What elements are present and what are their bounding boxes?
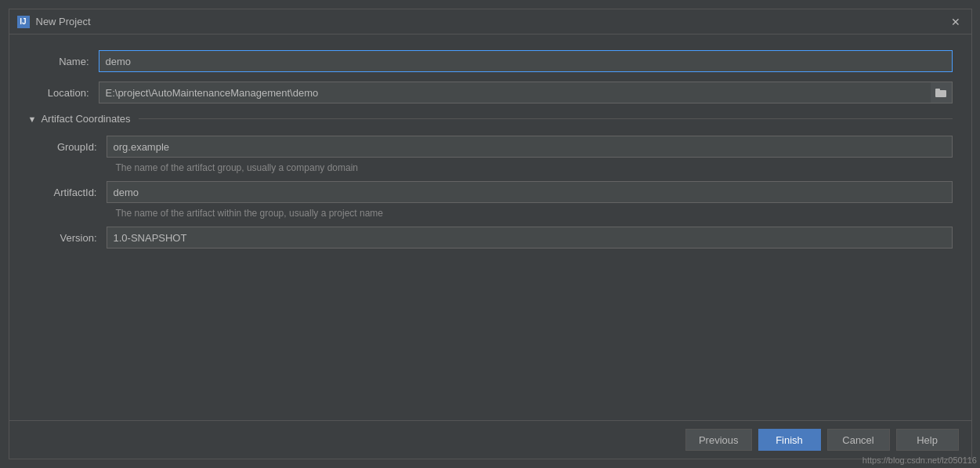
dialog-content: Name: Location:: [9, 34, 971, 420]
folder-icon: [935, 88, 946, 97]
artifact-coordinates-title: Artifact Coordinates: [41, 113, 130, 125]
section-divider: [139, 118, 953, 119]
name-row: Name:: [28, 50, 953, 72]
previous-button[interactable]: Previous: [685, 429, 752, 451]
version-input-wrap: [107, 227, 953, 249]
collapse-arrow-icon: ▼: [28, 114, 37, 124]
cancel-button[interactable]: Cancel: [827, 429, 890, 451]
title-bar: IJ New Project ✕: [9, 9, 971, 34]
location-input-wrap: [99, 82, 953, 103]
artifactid-label: ArtifactId:: [36, 187, 107, 198]
name-input[interactable]: [99, 50, 953, 72]
version-input[interactable]: [107, 227, 953, 249]
dialog-footer: Previous Finish Cancel Help: [9, 420, 971, 459]
groupid-hint: The name of the artifact group, usually …: [36, 162, 953, 173]
artifact-coordinates-section-header[interactable]: ▼ Artifact Coordinates: [28, 113, 953, 125]
browse-button[interactable]: [931, 82, 953, 103]
artifact-section: GroupId: The name of the artifact group,…: [28, 136, 953, 249]
dialog-title: New Project: [36, 16, 91, 27]
location-label: Location:: [28, 87, 99, 99]
svg-rect-0: [935, 90, 946, 97]
groupid-label: GroupId:: [36, 141, 107, 153]
intellij-icon: IJ: [17, 16, 30, 28]
groupid-input[interactable]: [107, 136, 953, 158]
version-row: Version:: [36, 227, 953, 249]
svg-rect-1: [935, 89, 940, 91]
location-input[interactable]: [99, 82, 953, 103]
artifactid-hint: The name of the artifact within the grou…: [36, 208, 953, 219]
close-button[interactable]: ✕: [948, 14, 964, 30]
watermark-url: https://blog.csdn.net/lz050116: [862, 455, 977, 465]
dialog-overlay: IJ New Project ✕ Name: Location:: [0, 0, 980, 468]
groupid-input-wrap: [107, 136, 953, 158]
artifactid-row: ArtifactId:: [36, 181, 953, 203]
finish-button[interactable]: Finish: [758, 429, 821, 451]
help-button[interactable]: Help: [896, 429, 959, 451]
name-input-wrap: [99, 50, 953, 72]
version-label: Version:: [36, 232, 107, 244]
name-label: Name:: [28, 56, 99, 67]
new-project-dialog: IJ New Project ✕ Name: Location:: [9, 9, 972, 459]
location-row: Location:: [28, 82, 953, 103]
title-bar-left: IJ New Project: [17, 16, 91, 28]
artifactid-input[interactable]: [107, 181, 953, 203]
artifactid-input-wrap: [107, 181, 953, 203]
groupid-row: GroupId:: [36, 136, 953, 158]
